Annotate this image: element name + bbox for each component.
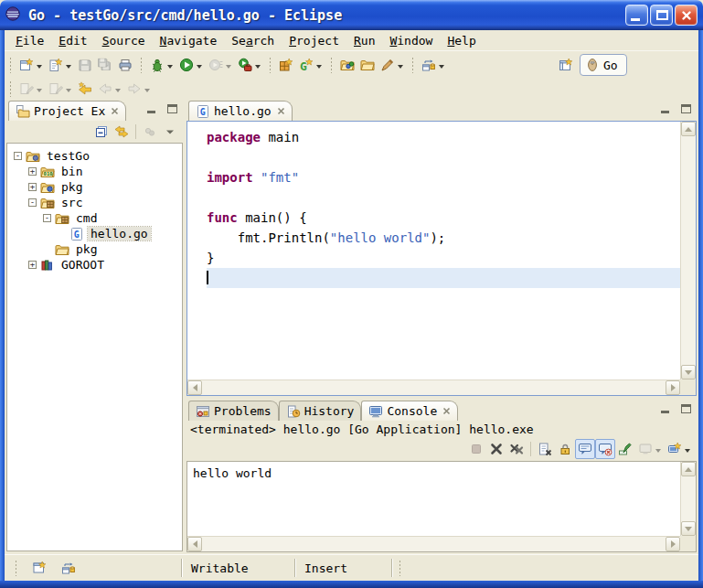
scroll-right-button[interactable] — [666, 537, 680, 551]
close-tab-icon[interactable] — [442, 407, 451, 415]
dropdown-arrow-icon[interactable] — [66, 65, 71, 71]
menu-edit[interactable]: Edit — [51, 32, 94, 49]
scroll-lock-button[interactable] — [555, 439, 575, 459]
menu-source[interactable]: Source — [95, 32, 153, 49]
menu-run[interactable]: Run — [346, 32, 382, 49]
drag-handle[interactable] — [140, 57, 143, 73]
tree-item-testgo[interactable]: -testGo — [7, 148, 182, 164]
save-all-button[interactable] — [95, 54, 115, 76]
scroll-up-button[interactable] — [681, 462, 696, 476]
dropdown-arrow-icon[interactable] — [197, 65, 202, 71]
dropdown-arrow-icon[interactable] — [66, 89, 71, 95]
run-history-button[interactable] — [206, 54, 235, 76]
dropdown-arrow-icon[interactable] — [255, 65, 261, 71]
menu-project[interactable]: Project — [282, 32, 346, 49]
back-button[interactable] — [95, 78, 124, 100]
trim-stack-button[interactable] — [59, 557, 79, 579]
dropdown-arrow-icon[interactable] — [144, 89, 150, 95]
pin-console-button[interactable] — [615, 439, 635, 459]
last-edit-location-button[interactable] — [16, 78, 46, 100]
new-wizard-button[interactable] — [16, 54, 46, 76]
remove-launch-button[interactable] — [486, 439, 506, 459]
minimize-view-button[interactable] — [659, 103, 673, 115]
editor-horizontal-scrollbar[interactable] — [187, 380, 680, 395]
scroll-up-button[interactable] — [681, 122, 696, 136]
terminate-button[interactable] — [466, 439, 486, 459]
dropdown-arrow-icon[interactable] — [439, 65, 444, 71]
tab-problems[interactable]: Problems — [188, 401, 279, 421]
go-perspective-button[interactable]: Go — [580, 54, 627, 76]
new-go-project-button[interactable] — [276, 54, 296, 76]
fast-view-button[interactable] — [29, 557, 49, 579]
drag-handle[interactable] — [330, 57, 333, 73]
code-area[interactable]: package mainimport "fmt"func main() { fm… — [187, 122, 680, 380]
maximize-button[interactable] — [650, 5, 673, 26]
dropdown-arrow-icon[interactable] — [115, 89, 121, 95]
display-selected-console-button[interactable] — [635, 439, 665, 459]
scroll-left-button[interactable] — [187, 537, 202, 551]
menu-file[interactable]: File — [8, 32, 51, 49]
annotation-navigation-button[interactable] — [419, 54, 448, 76]
scroll-down-button[interactable] — [681, 521, 696, 536]
menu-help[interactable]: Help — [440, 32, 483, 49]
dropdown-arrow-icon[interactable] — [655, 449, 661, 455]
tree-item-bin[interactable]: +010bin — [7, 164, 182, 179]
drag-handle[interactable] — [269, 57, 272, 73]
scroll-left-button[interactable] — [187, 380, 202, 395]
minimize-view-button[interactable] — [659, 403, 673, 415]
menu-window[interactable]: Window — [382, 32, 440, 49]
tab-history[interactable]: History — [279, 401, 362, 421]
external-tools-button[interactable] — [235, 54, 264, 76]
open-resource-button[interactable] — [357, 54, 378, 76]
dropdown-arrow-icon[interactable] — [37, 65, 42, 71]
minimize-button[interactable] — [625, 5, 648, 26]
tree-item-hello-go[interactable]: Ghello.go — [7, 226, 182, 241]
search-button[interactable] — [337, 54, 357, 76]
tree-item-src[interactable]: -src — [7, 195, 182, 210]
tab-hello-go[interactable]: G hello.go — [188, 101, 293, 121]
menu-navigate[interactable]: Navigate — [153, 32, 225, 49]
dropdown-arrow-icon[interactable] — [685, 449, 690, 455]
drag-handle[interactable] — [399, 560, 401, 576]
new-go-file-button[interactable] — [46, 54, 75, 76]
tree-item-pkg[interactable]: pkg — [7, 241, 182, 257]
expander-plus-icon[interactable]: + — [28, 261, 37, 269]
scroll-right-button[interactable] — [666, 380, 680, 395]
maximize-view-button[interactable] — [679, 103, 693, 115]
scroll-down-button[interactable] — [681, 365, 696, 380]
tab-project-explorer[interactable]: Project Ex — [8, 101, 126, 121]
expander-plus-icon[interactable]: + — [28, 167, 37, 176]
console-vertical-scrollbar[interactable] — [680, 462, 696, 536]
tree-item-pkg[interactable]: +pkg — [7, 179, 182, 195]
tree-item-cmd[interactable]: -cmd — [7, 210, 182, 226]
editor-vertical-scrollbar[interactable] — [680, 122, 696, 380]
show-console-on-output-button[interactable] — [575, 439, 595, 459]
dropdown-arrow-icon[interactable] — [398, 65, 403, 71]
maximize-view-button[interactable] — [679, 403, 693, 415]
open-perspective-button[interactable] — [556, 54, 576, 76]
print-button[interactable] — [115, 54, 135, 76]
maximize-view-button[interactable] — [165, 103, 179, 115]
new-go-element-button[interactable]: G — [296, 54, 325, 76]
remove-all-terminated-button[interactable] — [506, 439, 527, 459]
drag-handle[interactable] — [411, 57, 414, 73]
open-console-button[interactable] — [665, 439, 694, 459]
expander-minus-icon[interactable]: - — [28, 198, 37, 207]
save-button[interactable] — [75, 54, 95, 76]
tree-item-goroot[interactable]: +GOROOT — [7, 257, 182, 273]
title-bar[interactable]: Go - testGo/src/cmd/hello.go - Eclipse — [0, 0, 703, 30]
forward-button[interactable] — [124, 78, 154, 100]
expander-minus-icon[interactable]: - — [43, 214, 51, 222]
debug-button[interactable] — [147, 54, 176, 76]
close-tab-icon[interactable] — [277, 107, 285, 115]
next-edit-location-button[interactable] — [46, 78, 75, 100]
console-horizontal-scrollbar[interactable] — [187, 536, 680, 551]
dropdown-arrow-icon[interactable] — [316, 65, 322, 71]
run-button[interactable] — [176, 54, 206, 76]
console-output-area[interactable]: hello world — [186, 461, 697, 552]
close-tab-icon[interactable] — [111, 107, 119, 115]
collapse-all-button[interactable] — [91, 122, 112, 142]
back-to-last-edit-button[interactable] — [75, 78, 95, 100]
dropdown-arrow-icon[interactable] — [226, 65, 231, 71]
drag-handle[interactable] — [15, 560, 17, 576]
